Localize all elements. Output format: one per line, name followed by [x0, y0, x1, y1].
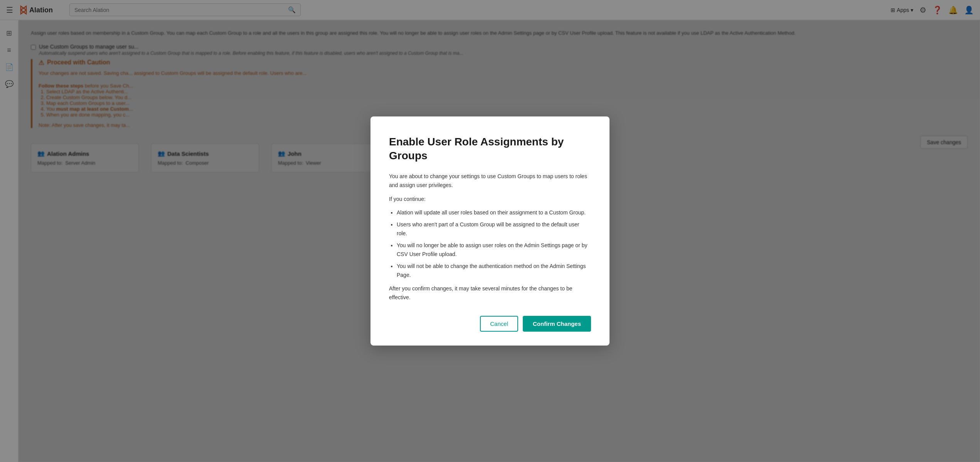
modal-title: Enable User Role Assignments by Groups	[389, 135, 591, 163]
confirm-changes-button[interactable]: Confirm Changes	[523, 316, 591, 332]
modal-bullet-2: Users who aren't part of a Custom Group …	[397, 220, 591, 238]
modal-dialog: Enable User Role Assignments by Groups Y…	[370, 116, 610, 346]
modal-after-confirm: After you confirm changes, it may take s…	[389, 284, 591, 302]
modal-bullet-1: Alation will update all user roles based…	[397, 208, 591, 217]
modal-bullets-list: Alation will update all user roles based…	[397, 208, 591, 280]
modal-bullet-3: You will no longer be able to assign use…	[397, 241, 591, 259]
modal-body: You are about to change your settings to…	[389, 172, 591, 302]
modal-overlay: Enable User Role Assignments by Groups Y…	[0, 0, 980, 462]
modal-footer: Cancel Confirm Changes	[389, 316, 591, 332]
modal-bullet-4: You will not be able to change the authe…	[397, 262, 591, 280]
modal-if-continue: If you continue:	[389, 195, 591, 204]
cancel-button[interactable]: Cancel	[480, 316, 518, 332]
modal-intro: You are about to change your settings to…	[389, 172, 591, 190]
